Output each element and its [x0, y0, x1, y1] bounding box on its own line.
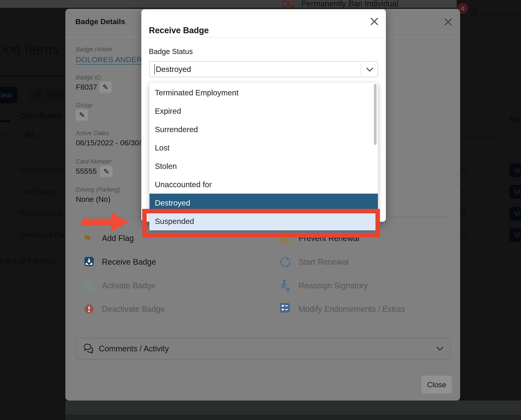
- pencil-icon: ✎: [79, 111, 85, 119]
- comments-icon: [83, 343, 94, 354]
- table-row-flag: N: [461, 231, 470, 239]
- current-user-label[interactable]: JAMIE (as AS: [480, 10, 521, 19]
- comments-activity-label: Comments / Activity: [99, 344, 169, 353]
- table-row-flag: N: [461, 209, 470, 218]
- close-icon[interactable]: [443, 17, 453, 27]
- chevron-down-icon: [436, 346, 444, 351]
- edit-card-number-button[interactable]: ✎: [100, 166, 113, 177]
- active-dates-label: Active Dates: [76, 130, 109, 137]
- filter-chevron-icon[interactable]: [0, 133, 4, 136]
- driving-value: None (No): [76, 195, 110, 203]
- id-card-icon: [85, 280, 93, 291]
- options-button-label: Optio: [47, 91, 65, 99]
- classification-filter-select[interactable]: All: [19, 129, 66, 140]
- close-icon[interactable]: [369, 17, 379, 26]
- view-button[interactable]: Vi: [509, 185, 521, 199]
- octagon-alert-icon: [84, 304, 94, 314]
- header-divider: [0, 76, 66, 76]
- column-header-classification[interactable]: Classification: [19, 112, 62, 120]
- dropdown-option[interactable]: Expired: [149, 102, 378, 120]
- receive-badge-button[interactable]: Receive Badge: [102, 257, 156, 267]
- text-cursor: [154, 64, 155, 74]
- page-bottom-edge: [65, 415, 521, 420]
- reassign-signatory-button[interactable]: Reassign Signatory: [299, 281, 368, 290]
- receive-badge-title: Receive Badge: [149, 26, 209, 35]
- menu-item-permanently-ban[interactable]: Permanently Ban Individual: [301, 0, 398, 8]
- dropdown-option[interactable]: Terminated Employment: [149, 83, 378, 102]
- table-row-flag: N: [461, 166, 470, 174]
- actions-filter-select[interactable]: [462, 129, 499, 140]
- ban-person-icon: [282, 0, 295, 8]
- active-dates-value: 06/15/2022 - 06/30/: [76, 139, 141, 147]
- group-label: Group: [76, 102, 92, 109]
- start-renewal-button[interactable]: Start Renewal: [299, 257, 349, 267]
- edit-group-button[interactable]: ✎: [76, 109, 88, 121]
- page-title: tion Items: [0, 41, 59, 58]
- badge-status-label: Badge Status: [149, 47, 193, 56]
- view-button[interactable]: Vi: [509, 228, 521, 242]
- rotate-arrow-icon: [280, 256, 291, 267]
- page-bottom-area: [65, 401, 521, 415]
- new-button[interactable]: lew: [0, 87, 17, 103]
- modal-header-divider: [141, 37, 386, 38]
- select-divider: [361, 63, 361, 75]
- chevron-down-icon[interactable]: [366, 67, 374, 72]
- column-header-actions[interactable]: Acti: [508, 115, 521, 123]
- active-tab-indicator: [0, 120, 10, 122]
- close-button[interactable]: Close: [421, 376, 452, 393]
- badge-id-value: F8037: [76, 83, 97, 91]
- dropdown-scrollbar[interactable]: [374, 84, 377, 145]
- add-flag-button[interactable]: Add Flag: [102, 234, 134, 243]
- edit-badge-id-button[interactable]: ✎: [99, 82, 112, 93]
- dropdown-option[interactable]: Surrendered: [149, 120, 378, 139]
- annotation-arrow-head: [111, 212, 128, 232]
- badge-status-select[interactable]: Destroyed: [149, 61, 378, 77]
- comments-activity-accordion[interactable]: Comments / Activity: [76, 338, 451, 360]
- pencil-icon: ✎: [102, 83, 109, 91]
- gear-icon: ⚙: [35, 90, 42, 100]
- view-button[interactable]: Vi: [509, 207, 521, 220]
- modify-endorsements-button[interactable]: Modify Endorsements / Extras: [299, 305, 405, 314]
- table-row-flag: N: [461, 188, 470, 196]
- screenshot-canvas: Permanently Ban Individual 4 S JAMIE (as…: [0, 0, 521, 420]
- dropdown-option[interactable]: Lost: [149, 139, 378, 157]
- walking-person-icon: [279, 279, 291, 292]
- user-icon: [470, 8, 479, 18]
- badge-status-dropdown: Terminated Employment Expired Surrendere…: [149, 82, 378, 230]
- flag-icon: ⚑: [83, 233, 92, 244]
- deactivate-badge-button[interactable]: Deactivate Badge: [102, 305, 165, 314]
- card-number-label: Card Number: [76, 158, 112, 165]
- entries-summary: 1 to 4 of 4 entries: [0, 257, 55, 265]
- context-menu-strip: Permanently Ban Individual: [0, 0, 457, 8]
- dropdown-option[interactable]: Stolen: [149, 157, 378, 175]
- dropdown-option[interactable]: Unaccounted for: [149, 175, 378, 194]
- badge-id-label: Badge ID: [76, 74, 101, 81]
- badge-holder-label: Badge Holder: [76, 46, 112, 53]
- view-button[interactable]: Vi: [509, 164, 521, 177]
- annotation-highlight-box: [142, 209, 380, 237]
- badge-details-title: Badge Details: [75, 17, 125, 26]
- driving-label: Driving (Parking): [76, 186, 120, 193]
- annotation-arrow: [82, 219, 111, 225]
- receive-badge-modal: Receive Badge Badge Status Destroyed Ter…: [141, 9, 386, 222]
- list-box-icon: [280, 303, 290, 313]
- activate-badge-button[interactable]: Activate Badge: [102, 281, 156, 290]
- pencil-icon: ✎: [103, 167, 109, 175]
- table-divider: [460, 143, 521, 143]
- card-number-value: 55555: [76, 167, 97, 175]
- receive-badge-icon: [84, 257, 94, 266]
- badge-status-value: Destroyed: [156, 65, 191, 74]
